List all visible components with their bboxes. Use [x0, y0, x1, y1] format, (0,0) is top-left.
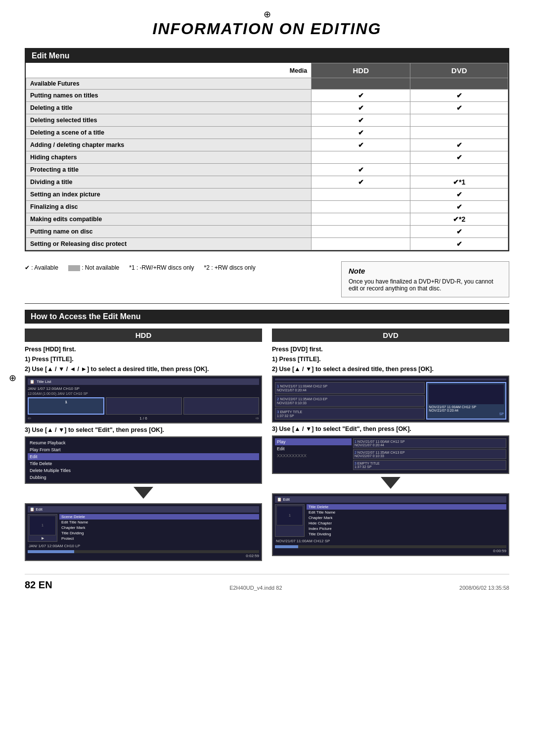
dvd-step1: Press [DVD] first. — [272, 346, 509, 353]
dvd-edit-menu-item: Title Dividing — [307, 531, 506, 537]
feature-cell: Putting name on disc — [26, 226, 312, 238]
hdd-edit-thumb-img: 1 — [29, 516, 56, 535]
hdd-progress-fill — [28, 550, 74, 553]
checkmark: ✔ — [456, 228, 462, 236]
footer: 82 EN E2H40UD_v4.indd 82 2008/06/02 13:3… — [25, 574, 509, 591]
dvd-check-cell: ✔ — [410, 151, 508, 164]
feature-cell: Setting an index picture — [26, 189, 312, 201]
reg-mark-left: ⊕ — [9, 373, 16, 383]
footer-left: E2H40UD_v4.indd 82 — [229, 585, 282, 591]
hdd-pagination: 1 / 6 — [139, 416, 147, 421]
feature-cell: Putting names on titles — [26, 90, 312, 102]
checkmark: ✔ — [358, 104, 364, 112]
dvd-edit-content: 1 Title DeleteEdit Title NameChapter Mar… — [275, 504, 506, 537]
checkmark: ✔ — [358, 178, 364, 186]
note-box: Note Once you have finalized a DVD+R/ DV… — [341, 261, 509, 297]
hdd-thumb-2 — [106, 397, 181, 415]
hdd-check-cell: ✔ — [312, 114, 410, 127]
dvd-check-cell: ✔ — [410, 189, 508, 201]
dvd-step3: 2) Use [▲ / ▼] to select a desired title… — [272, 366, 509, 373]
page-title: INFORMATION ON EDITING — [25, 20, 509, 38]
checkmark: ✔*2 — [453, 215, 465, 223]
dvd-check-cell — [410, 164, 508, 176]
hdd-progress-bar — [28, 550, 259, 553]
hdd-menu-item: Delete Multiple Titles — [28, 467, 259, 474]
dvd-edit-menu-item: Hide Chapter — [307, 520, 506, 526]
dvd-menu-preview: 1 NOV/21/07 11:00AM CH12 SPNOV/21/07 0:2… — [353, 438, 506, 471]
hdd-check-cell: ✔ — [312, 102, 410, 114]
dvd-edit-title-bar: 📋 Edit — [275, 496, 506, 503]
dvd-menu-play: Play — [275, 438, 352, 445]
checkmark: ✔ — [456, 240, 462, 248]
hdd-menu-item: Title Delete — [28, 460, 259, 467]
dvd-edit-icon: 📋 — [277, 497, 282, 502]
dvd-check-cell: ✔ — [410, 139, 508, 151]
feature-cell: Dividing a title — [26, 176, 312, 189]
dvd-thumb-item: 3 EMPTY TITLE1:37:32 SP — [275, 408, 425, 420]
dvd-thumbnails: 1 NOV/21/07 11:00AM CH12 SPNOV/21/07 0:2… — [275, 382, 425, 420]
dvd-edit-menu: Title DeleteEdit Title NameChapter MarkH… — [307, 504, 506, 537]
hdd-edit-thumb-label: ▶ — [29, 536, 56, 540]
footnote1: *1 : -RW/+RW discs only — [129, 264, 194, 271]
dvd-edit-label: Edit — [283, 497, 290, 502]
dvd-column: DVD Press [DVD] first. 1) Press [TITLE].… — [272, 329, 509, 564]
hdd-col-header: HDD — [312, 63, 410, 78]
note-legend-area: ✔ : Available : Not available *1 : -RW/+… — [25, 261, 509, 297]
dvd-check-cell: ✔ — [410, 226, 508, 238]
hdd-check-cell: ✔ — [312, 164, 410, 176]
dvd-check-cell: ✔ — [410, 201, 508, 213]
hdd-edit-menu-item: Scene Delete — [59, 514, 259, 520]
hdd-edit-content: 1 ▶ Scene DeleteEdit Title NameChapter M… — [28, 514, 259, 542]
hdd-edit-thumb: 1 ▶ — [28, 514, 57, 542]
dvd-edit-thumb-img: 1 — [276, 506, 303, 525]
how-to-section: How to Access the Edit Menu HDD Press [H… — [25, 310, 509, 564]
hdd-check-cell — [312, 238, 410, 250]
hdd-check-cell: ✔ — [312, 127, 410, 139]
note-title: Note — [349, 267, 502, 275]
dvd-check-cell — [410, 127, 508, 139]
reg-mark-top: ⊕ — [264, 9, 271, 20]
checkmark: ✔ — [358, 116, 364, 124]
dvd-step2: 1) Press [TITLE]. — [272, 356, 509, 363]
hdd-screen-title-bar: 📋 Title List — [28, 378, 259, 385]
media-label: Media — [26, 63, 312, 78]
dvd-menu-screen: Play Edit XXXXXXXXXX 1 NOV/21/07 11:00AM… — [272, 435, 509, 474]
feature-cell: Deleting selected titles — [26, 114, 312, 127]
hdd-check-cell — [312, 201, 410, 213]
dvd-edit-menu-item: Edit Title Name — [307, 510, 506, 515]
dvd-edit-menu-item: Title Delete — [307, 504, 506, 510]
edit-menu-section: Edit Menu Media HDD DVD Available Future… — [25, 48, 509, 251]
feature-cell: Deleting a title — [26, 102, 312, 114]
legend-row: ✔ : Available : Not available *1 : -RW/+… — [25, 264, 321, 271]
feature-cell: Deleting a scene of a title — [26, 127, 312, 139]
dvd-col-header-label: DVD — [272, 329, 509, 342]
edit-menu-header: Edit Menu — [26, 49, 508, 63]
dvd-edit-menu-item: Chapter Mark — [307, 515, 506, 520]
hdd-col-header: HDD — [25, 329, 262, 342]
hdd-nav-right: ⇨ — [256, 416, 259, 421]
hdd-menu-item: Edit — [28, 453, 259, 460]
dvd-title-list-screen: 1 NOV/21/07 11:00AM CH12 SPNOV/21/07 0:2… — [272, 376, 509, 423]
hdd-check-cell — [312, 226, 410, 238]
hdd-check-cell: ✔ — [312, 90, 410, 102]
dvd-menu-extra: XXXXXXXXXX — [275, 452, 352, 459]
dvd-selected-preview: NOV/21/07 11:00AM CH12 SP NOV/21/07 0:20… — [426, 382, 506, 420]
hdd-edit-icon: 📋 — [30, 507, 35, 512]
checkmark: ✔ — [456, 141, 462, 149]
hdd-step3: 2) Use [▲ / ▼ / ◄ / ►] to select a desir… — [25, 366, 262, 373]
feature-cell: Making edits compatible — [26, 213, 312, 226]
hdd-nav-left: ⇦ — [28, 416, 31, 421]
checkmark: ✔ — [358, 129, 364, 137]
footer-right: 2008/06/02 13:35:58 — [459, 585, 509, 591]
checkmark: ✔ — [358, 92, 364, 99]
dvd-edit-footer-text: NOV/21/07 11:00AM CH12 SP — [275, 539, 506, 543]
divider — [25, 303, 509, 304]
dvd-check-cell: ✔ — [410, 238, 508, 250]
dvd-time-display: 0:00:59 — [275, 549, 506, 553]
hdd-thumb-3 — [183, 397, 259, 415]
not-avail-box — [68, 265, 80, 271]
feature-cell: Setting or Releasing disc protect — [26, 238, 312, 250]
available-futures-label: Available Futures — [26, 78, 312, 90]
checkmark: ✔ — [456, 203, 462, 211]
hdd-arrow-down — [25, 487, 262, 500]
